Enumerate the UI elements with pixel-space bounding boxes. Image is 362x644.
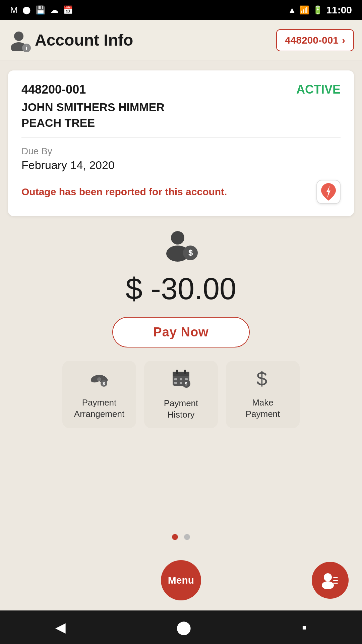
payment-arrangement-label: PaymentArrangement	[74, 397, 124, 420]
svg-rect-27	[333, 580, 338, 581]
payment-arrangement-button[interactable]: $ PaymentArrangement	[62, 361, 136, 428]
svg-rect-17	[180, 378, 182, 380]
balance-section: $ $ -30.00 Pay Now	[112, 229, 249, 347]
action-buttons-row: $ PaymentArrangement	[62, 361, 300, 428]
svg-point-25	[322, 581, 334, 589]
back-nav-icon[interactable]: ◀	[55, 620, 66, 635]
account-location: PEACH TREE	[21, 116, 341, 138]
payment-history-label: PaymentHistory	[164, 398, 198, 421]
gmail-icon: M	[10, 5, 18, 15]
svg-rect-28	[333, 583, 338, 584]
home-nav-icon[interactable]: ⬤	[176, 620, 191, 635]
calendar-status-icon: 📅	[63, 5, 73, 15]
account-selector-button[interactable]: 448200-001 ›	[276, 29, 354, 51]
page-dot-1	[172, 534, 178, 540]
account-number-card: 448200-001	[21, 83, 86, 97]
header-left: i Account Info	[8, 30, 133, 51]
pay-now-label: Pay Now	[153, 325, 208, 339]
calendar-dollar-icon: $	[171, 368, 191, 392]
svg-point-24	[324, 573, 332, 581]
outage-report-button[interactable]	[316, 180, 341, 204]
header: i Account Info 448200-001 ›	[0, 20, 362, 60]
handshake-svg: $	[89, 369, 109, 388]
battery-icon: 🔋	[313, 5, 323, 15]
svg-text:$: $	[256, 369, 267, 388]
bottom-nav: ◀ ⬤ ▪	[0, 610, 362, 644]
calendar-svg: $	[171, 368, 191, 388]
bottom-action-area: Menu	[0, 550, 362, 610]
contact-button[interactable]	[312, 562, 349, 599]
record-icon: ⬤	[22, 6, 31, 14]
status-right: ▲ 📶 🔋 11:00	[288, 4, 352, 16]
svg-text:$: $	[188, 248, 193, 257]
make-payment-label: MakePayment	[246, 397, 280, 420]
contact-icon	[321, 571, 339, 589]
handshake-icon: $	[89, 369, 109, 392]
svg-rect-20	[180, 382, 182, 384]
page-dots	[172, 534, 190, 540]
balance-amount: $ -30.00	[126, 272, 236, 306]
account-card-header: 448200-001 ACTIVE	[21, 83, 341, 97]
dollar-svg: $	[254, 369, 272, 388]
page-title: Account Info	[35, 31, 133, 49]
status-bar: M ⬤ 💾 ☁ 📅 ▲ 📶 🔋 11:00	[0, 0, 362, 20]
menu-button[interactable]: Menu	[161, 560, 201, 600]
dollar-sign-icon: $	[254, 369, 272, 392]
outage-message: Outage has been reported for this accoun…	[21, 186, 316, 198]
status-icons-left: M ⬤ 💾 ☁ 📅	[10, 5, 73, 15]
info-badge: i	[22, 44, 31, 52]
main-content: 448200-001 ACTIVE JOHN SMITHERS HIMMER P…	[0, 60, 362, 550]
cloud-icon: ☁	[50, 5, 58, 15]
page-dot-2	[184, 534, 190, 540]
wifi-icon: ▲	[288, 5, 296, 15]
make-payment-button[interactable]: $ MakePayment	[226, 361, 300, 428]
svg-rect-26	[333, 577, 338, 578]
account-status: ACTIVE	[296, 83, 341, 97]
chevron-right-icon: ›	[342, 35, 345, 46]
svg-point-2	[171, 231, 184, 245]
svg-rect-14	[176, 370, 178, 374]
account-avatar: i	[8, 30, 29, 51]
svg-rect-15	[184, 370, 186, 374]
due-by-date: February 14, 2020	[21, 159, 341, 172]
outage-pin-icon	[321, 183, 336, 201]
customer-name: JOHN SMITHERS HIMMER	[21, 101, 341, 114]
svg-text:$: $	[103, 381, 105, 386]
svg-rect-16	[174, 378, 177, 380]
svg-text:$: $	[185, 381, 187, 386]
due-by-label: Due By	[21, 146, 341, 157]
svg-rect-19	[174, 382, 177, 384]
time-display: 11:00	[326, 4, 352, 16]
recent-nav-icon[interactable]: ▪	[302, 620, 307, 635]
pay-now-button[interactable]: Pay Now	[112, 317, 249, 347]
account-number-header: 448200-001	[285, 35, 339, 46]
balance-icon-container: $	[161, 229, 201, 266]
menu-label: Menu	[168, 575, 194, 586]
outage-row: Outage has been reported for this accoun…	[21, 180, 341, 204]
payment-history-button[interactable]: $ PaymentHistory	[144, 361, 218, 428]
svg-rect-13	[173, 374, 189, 376]
account-card: 448200-001 ACTIVE JOHN SMITHERS HIMMER P…	[8, 70, 354, 216]
save-icon: 💾	[36, 5, 46, 15]
svg-point-8	[97, 377, 101, 381]
balance-person-icon: $	[161, 229, 201, 266]
signal-icon: 📶	[299, 5, 309, 15]
svg-point-0	[14, 32, 23, 41]
